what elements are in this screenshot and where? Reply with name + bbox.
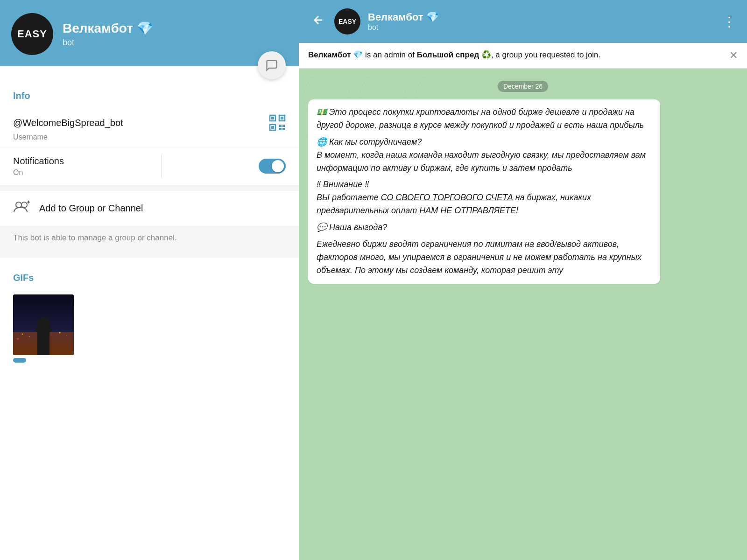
notifications-status: On (13, 168, 64, 177)
bot-type: bot (63, 38, 153, 48)
info-section-label: Info (0, 76, 299, 109)
menu-button[interactable]: ⋮ (723, 14, 736, 29)
svg-point-18 (37, 317, 49, 329)
svg-point-22 (66, 335, 67, 336)
avatar: EASY (11, 13, 53, 55)
toggle-knob (272, 160, 284, 172)
bot-name: Велкамбот 💎 (63, 21, 153, 36)
add-group-label: Add to Group or Channel (39, 203, 143, 214)
svg-point-20 (29, 336, 30, 337)
separator-2 (0, 252, 299, 258)
bot-note-text: This bot is able to manage a group or ch… (13, 233, 177, 242)
admin-notice-close-button[interactable]: ✕ (729, 49, 738, 62)
gif-image (13, 294, 74, 355)
svg-rect-9 (282, 128, 285, 130)
right-avatar-text: EASY (338, 18, 356, 25)
right-avatar: EASY (334, 8, 360, 35)
back-icon (312, 14, 325, 27)
notifications-toggle[interactable] (259, 159, 286, 174)
admin-notice: Велкамбот 💎 is an admin of Большой спред… (299, 43, 747, 69)
chat-scroll: December 26 💵 Это процесс покупки крипто… (299, 69, 747, 297)
bot-note: This bot is able to manage a group or ch… (0, 226, 299, 252)
gifs-section (0, 291, 299, 366)
svg-rect-3 (281, 117, 283, 119)
svg-rect-8 (279, 128, 282, 130)
svg-point-11 (21, 202, 27, 208)
notifications-title: Notifications (13, 156, 64, 167)
svg-point-19 (22, 334, 23, 335)
svg-rect-1 (271, 117, 274, 119)
msg-p3: ‼ Внимание ‼ВЫ работаете СО СВОЕГО ТОРГО… (317, 178, 652, 217)
gif-indicator (13, 358, 26, 363)
gifs-section-label: GIFs (0, 258, 299, 291)
right-header-info: Велкамбот 💎 bot (368, 11, 715, 32)
qr-icon-svg (269, 114, 286, 131)
admin-notice-text: Велкамбот 💎 is an admin of Большой спред… (308, 49, 724, 61)
msg-p5: Ежедневно биржи вводят ограничения по ли… (317, 238, 652, 277)
username-value: @WelcomeBigSpread_bot (13, 118, 123, 128)
notifications-row: Notifications On (0, 147, 299, 185)
notifications-info: Notifications On (13, 156, 64, 177)
notifications-divider (161, 155, 162, 177)
date-badge: December 26 (308, 81, 738, 92)
chat-area: December 26 💵 Это процесс покупки крипто… (299, 69, 747, 560)
left-header: EASY Велкамбот 💎 bot (0, 0, 299, 66)
username-row: @WelcomeBigSpread_bot (0, 109, 299, 147)
avatar-text: EASY (17, 28, 47, 40)
qr-icon[interactable] (269, 114, 286, 131)
right-header: EASY Велкамбот 💎 bot ⋮ (299, 0, 747, 43)
svg-point-23 (17, 338, 19, 340)
svg-rect-6 (279, 125, 282, 127)
username-label: Username (13, 133, 286, 141)
msg-p1: 💵 Это процесс покупки криптовалюты на од… (317, 106, 652, 132)
separator (0, 185, 299, 191)
left-panel: EASY Велкамбот 💎 bot Info @WelcomeBigSpr… (0, 0, 299, 560)
svg-point-21 (59, 332, 61, 334)
right-bot-name: Велкамбот 💎 (368, 11, 715, 23)
right-bot-type: bot (368, 23, 715, 32)
add-group-icon (13, 200, 30, 217)
admin-bot-name: Велкамбот 💎 (308, 50, 363, 59)
message-icon (265, 59, 278, 72)
add-group-row[interactable]: Add to Group or Channel (0, 191, 299, 226)
message-bubble: 💵 Это процесс покупки криптовалюты на од… (308, 99, 660, 284)
gif-thumbnail[interactable] (13, 294, 74, 355)
svg-rect-17 (37, 329, 49, 355)
msg-p2: 🌐 Как мы сотрудничаем?В момент, когда на… (317, 136, 652, 175)
left-content: Info @WelcomeBigSpread_bot (0, 66, 299, 560)
message-button[interactable] (258, 51, 286, 79)
add-group-svg (13, 200, 30, 213)
header-info: Велкамбот 💎 bot (63, 21, 153, 48)
date-badge-text: December 26 (498, 81, 548, 92)
username-main: @WelcomeBigSpread_bot (13, 114, 286, 131)
svg-rect-5 (271, 126, 274, 129)
group-name: Большой спред (417, 50, 479, 59)
svg-point-10 (16, 202, 21, 208)
msg-p4: 💬 Наша выгода? (317, 221, 652, 234)
right-panel: EASY Велкамбот 💎 bot ⋮ Велкамбот 💎 is an… (299, 0, 747, 560)
svg-rect-7 (282, 125, 285, 127)
back-button[interactable] (310, 12, 327, 32)
